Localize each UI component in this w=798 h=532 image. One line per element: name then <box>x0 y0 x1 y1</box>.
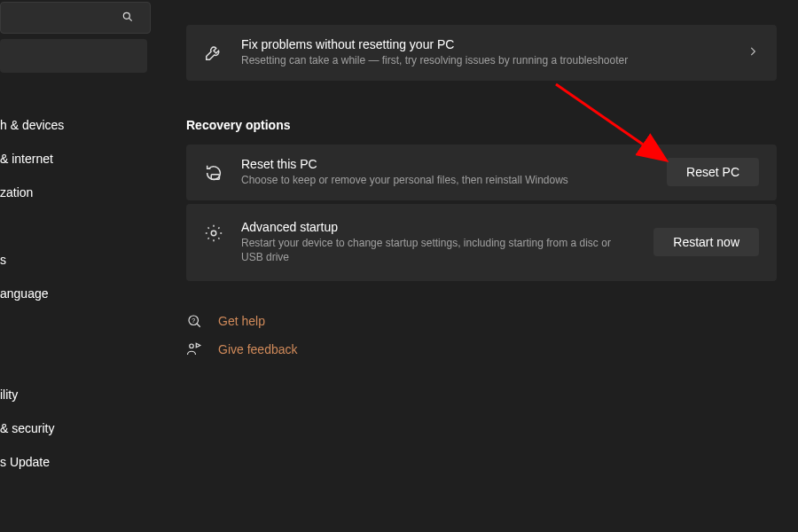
nav-item-s[interactable]: s <box>0 243 147 277</box>
card-body: Advanced startup Restart your device to … <box>241 220 653 266</box>
get-help-link[interactable]: ? Get help <box>186 313 777 329</box>
nav-item-blank3[interactable] <box>0 344 147 378</box>
card-body: Reset this PC Choose to keep or remove y… <box>241 157 667 188</box>
advanced-subtitle: Restart your device to change startup se… <box>241 236 631 266</box>
reset-title: Reset this PC <box>241 157 667 171</box>
nav-label: & security <box>0 421 54 435</box>
nav-item-devices[interactable]: h & devices <box>0 108 147 142</box>
advanced-startup-icon <box>204 223 225 243</box>
content-area: Fix problems without resetting your PC R… <box>153 0 798 532</box>
nav-item-current[interactable] <box>0 39 147 73</box>
nav-item-ility[interactable]: ility <box>0 378 147 411</box>
fix-problems-card[interactable]: Fix problems without resetting your PC R… <box>186 25 777 81</box>
restart-now-button[interactable]: Restart now <box>653 228 759 256</box>
svg-text:?: ? <box>192 317 195 324</box>
reset-pc-card: Reset this PC Choose to keep or remove y… <box>186 145 777 200</box>
nav-label: ility <box>0 387 18 402</box>
nav-item-update[interactable]: s Update <box>0 445 147 479</box>
reset-icon <box>204 162 225 182</box>
fix-title: Fix problems without resetting your PC <box>241 37 736 51</box>
svg-line-5 <box>197 324 200 327</box>
svg-line-1 <box>129 18 131 20</box>
advanced-title: Advanced startup <box>241 220 653 234</box>
give-feedback-link[interactable]: Give feedback <box>186 341 777 357</box>
nav-label: s <box>0 253 6 267</box>
reset-pc-button[interactable]: Reset PC <box>667 158 759 186</box>
nav-item-security[interactable]: & security <box>0 411 147 445</box>
nav-item-blank1[interactable] <box>0 209 147 243</box>
sidebar: h & devices & internet zation s anguage … <box>0 0 153 532</box>
card-body: Fix problems without resetting your PC R… <box>241 37 736 68</box>
reset-subtitle: Choose to keep or remove your personal f… <box>241 173 631 188</box>
advanced-startup-card: Advanced startup Restart your device to … <box>186 204 777 282</box>
feedback-label: Give feedback <box>218 342 298 356</box>
help-icon: ? <box>186 313 206 329</box>
wrench-icon <box>204 43 225 62</box>
nav-item-language[interactable]: anguage <box>0 277 147 310</box>
get-help-label: Get help <box>218 314 265 328</box>
svg-point-7 <box>190 344 194 348</box>
help-links: ? Get help Give feedback <box>186 313 777 357</box>
fix-subtitle: Resetting can take a while — first, try … <box>241 53 631 68</box>
nav-label: & internet <box>0 152 53 166</box>
nav-label: zation <box>0 185 33 200</box>
nav-item-internet[interactable]: & internet <box>0 142 147 176</box>
svg-point-3 <box>211 231 216 236</box>
nav-label: h & devices <box>0 118 64 132</box>
search-icon <box>121 11 134 26</box>
feedback-icon <box>186 341 206 357</box>
nav-label: s Update <box>0 455 50 469</box>
nav-item-zation[interactable]: zation <box>0 176 147 209</box>
section-title: Recovery options <box>186 118 777 132</box>
nav-label: anguage <box>0 286 49 301</box>
svg-point-0 <box>123 12 129 19</box>
search-box[interactable] <box>0 2 151 34</box>
chevron-right-icon <box>747 45 759 60</box>
nav-item-blank2[interactable] <box>0 310 147 344</box>
